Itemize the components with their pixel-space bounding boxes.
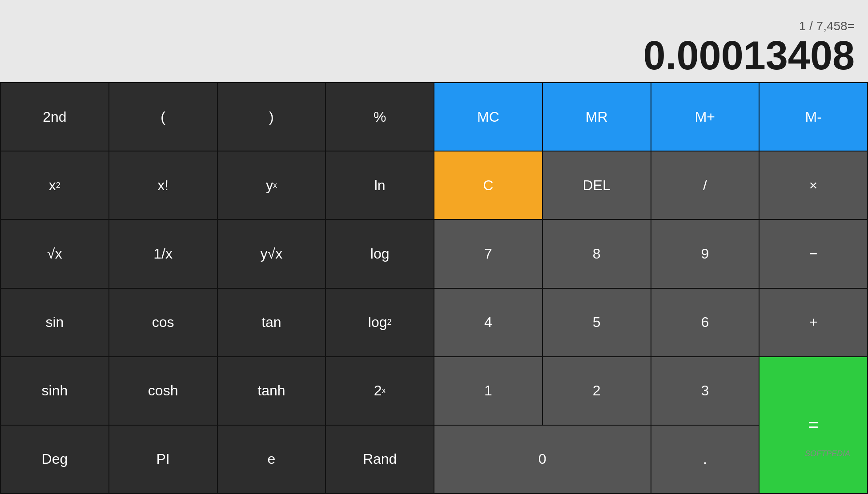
btn-4[interactable]: 4 xyxy=(434,289,542,356)
btn-1[interactable]: 1 xyxy=(434,357,542,425)
btn-log2[interactable]: log2 xyxy=(326,289,434,356)
display-area: 1 / 7,458= 0.00013408 xyxy=(0,0,868,82)
btn-3[interactable]: 3 xyxy=(651,357,759,425)
btn-x-squared[interactable]: x2 xyxy=(1,151,108,219)
btn-percent[interactable]: % xyxy=(326,83,434,151)
btn-del[interactable]: DEL xyxy=(543,151,651,219)
btn-y-sqrt-x[interactable]: y√x xyxy=(218,220,326,287)
btn-ln[interactable]: ln xyxy=(326,151,434,219)
btn-mminus[interactable]: M- xyxy=(760,83,867,151)
btn-5[interactable]: 5 xyxy=(543,289,651,356)
btn-reciprocal[interactable]: 1/x xyxy=(109,220,217,287)
expression-display: 1 / 7,458= xyxy=(799,19,855,33)
btn-y-power-x[interactable]: yx xyxy=(218,151,326,219)
btn-2[interactable]: 2 xyxy=(543,357,651,425)
btn-2-power-x[interactable]: 2x xyxy=(326,357,434,425)
btn-cos[interactable]: cos xyxy=(109,289,217,356)
btn-2nd[interactable]: 2nd xyxy=(1,83,108,151)
btn-factorial[interactable]: x! xyxy=(109,151,217,219)
btn-clear[interactable]: C xyxy=(434,151,542,219)
btn-sin[interactable]: sin xyxy=(1,289,108,356)
btn-subtract[interactable]: − xyxy=(760,220,867,287)
btn-sqrt[interactable]: √x xyxy=(1,220,108,287)
btn-open-paren[interactable]: ( xyxy=(109,83,217,151)
btn-deg[interactable]: Deg xyxy=(1,426,108,493)
btn-multiply[interactable]: × xyxy=(760,151,867,219)
btn-add[interactable]: + xyxy=(760,289,867,356)
btn-mc[interactable]: MC xyxy=(434,83,542,151)
btn-decimal[interactable]: . xyxy=(651,426,759,493)
btn-mr[interactable]: MR xyxy=(543,83,651,151)
btn-sinh[interactable]: sinh xyxy=(1,357,108,425)
watermark: SOFTPEDIA xyxy=(805,449,850,458)
btn-0[interactable]: 0 xyxy=(434,426,651,493)
btn-6[interactable]: 6 xyxy=(651,289,759,356)
btn-tanh[interactable]: tanh xyxy=(218,357,326,425)
btn-divide[interactable]: / xyxy=(651,151,759,219)
btn-7[interactable]: 7 xyxy=(434,220,542,287)
btn-9[interactable]: 9 xyxy=(651,220,759,287)
btn-mplus[interactable]: M+ xyxy=(651,83,759,151)
btn-pi[interactable]: PI xyxy=(109,426,217,493)
btn-8[interactable]: 8 xyxy=(543,220,651,287)
buttons-grid: 2nd ( ) % MC MR M+ M- x2 x! yx ln C DEL … xyxy=(0,82,868,494)
result-display: 0.00013408 xyxy=(643,36,855,76)
btn-close-paren[interactable]: ) xyxy=(218,83,326,151)
btn-tan[interactable]: tan xyxy=(218,289,326,356)
btn-cosh[interactable]: cosh xyxy=(109,357,217,425)
btn-rand[interactable]: Rand xyxy=(326,426,434,493)
btn-e[interactable]: e xyxy=(218,426,326,493)
btn-log[interactable]: log xyxy=(326,220,434,287)
btn-equals[interactable]: = xyxy=(760,357,867,493)
